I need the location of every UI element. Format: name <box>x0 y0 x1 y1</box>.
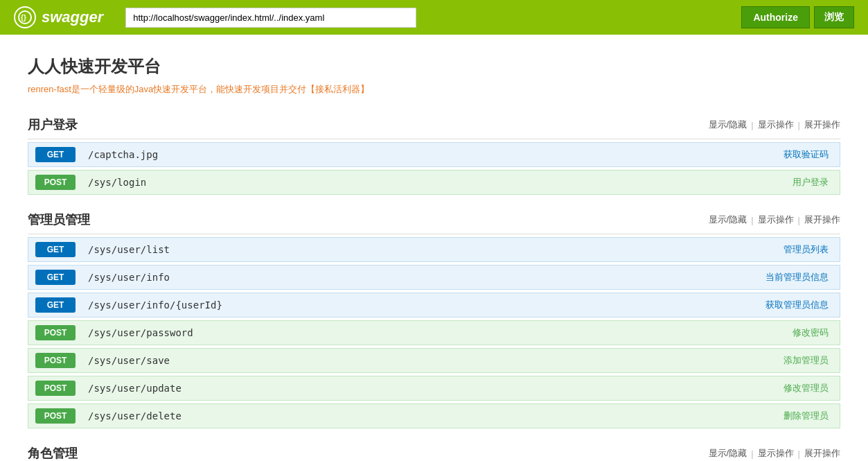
section-header-admin-manage: 管理员管理显示/隐藏|显示操作|展开操作 <box>28 211 840 234</box>
swagger-text: swagger <box>42 8 103 26</box>
api-row[interactable]: POST/sys/user/password修改密码 <box>28 320 840 345</box>
header: {} swagger Authorize 浏览 <box>0 0 868 35</box>
swagger-icon: {} <box>14 6 36 28</box>
api-path: /sys/user/password <box>82 327 756 338</box>
method-badge-get: GET <box>35 242 76 257</box>
show-ops-user-login[interactable]: 显示操作 <box>758 119 794 131</box>
api-row[interactable]: POST/sys/user/delete删除管理员 <box>28 403 840 428</box>
method-badge-get: GET <box>35 297 76 313</box>
authorize-button[interactable]: Authorize <box>741 6 810 28</box>
api-path: /sys/user/info/{userId} <box>82 299 756 311</box>
url-bar-container <box>125 8 719 28</box>
show-hide-admin-manage[interactable]: 显示/隐藏 <box>709 214 747 226</box>
api-description: 用户登录 <box>756 176 840 189</box>
show-ops-role-manage[interactable]: 显示操作 <box>758 447 794 460</box>
url-input[interactable] <box>125 8 416 28</box>
api-path: /sys/user/save <box>82 355 756 366</box>
svg-text:{}: {} <box>21 14 26 21</box>
api-description: 当前管理员信息 <box>756 271 840 284</box>
api-description: 获取验证码 <box>756 148 840 161</box>
api-path: /sys/user/update <box>82 383 756 394</box>
section-header-user-login: 用户登录显示/隐藏|显示操作|展开操作 <box>28 116 840 139</box>
section-title-user-login: 用户登录 <box>28 116 78 133</box>
api-row[interactable]: POST/sys/login用户登录 <box>28 170 840 195</box>
section-controls-user-login: 显示/隐藏|显示操作|展开操作 <box>709 119 840 131</box>
api-description: 获取管理员信息 <box>756 299 840 311</box>
api-row[interactable]: GET/captcha.jpg获取验证码 <box>28 142 840 167</box>
main-content: 人人快速开发平台 renren-fast是一个轻量级的Java快速开发平台，能快… <box>0 35 868 461</box>
browse-button[interactable]: 浏览 <box>814 6 854 28</box>
show-hide-user-login[interactable]: 显示/隐藏 <box>709 119 747 131</box>
section-controls-role-manage: 显示/隐藏|显示操作|展开操作 <box>709 447 840 460</box>
sections-container: 用户登录显示/隐藏|显示操作|展开操作GET/captcha.jpg获取验证码P… <box>28 116 840 461</box>
api-path: /sys/user/info <box>82 272 756 283</box>
separator: | <box>798 120 800 130</box>
method-badge-get: GET <box>35 270 76 285</box>
section-title-role-manage: 角色管理 <box>28 445 78 461</box>
logo: {} swagger <box>14 6 103 28</box>
separator: | <box>751 215 753 225</box>
api-row[interactable]: GET/sys/user/info/{userId}获取管理员信息 <box>28 293 840 318</box>
expand-ops-role-manage[interactable]: 展开操作 <box>804 447 840 460</box>
method-badge-get: GET <box>35 147 76 162</box>
api-row[interactable]: GET/sys/user/info当前管理员信息 <box>28 265 840 290</box>
app-title: 人人快速开发平台 <box>28 55 840 78</box>
section-admin-manage: 管理员管理显示/隐藏|显示操作|展开操作GET/sys/user/list管理员… <box>28 211 840 428</box>
api-description: 添加管理员 <box>756 354 840 367</box>
method-badge-post: POST <box>35 408 76 424</box>
separator: | <box>751 120 753 130</box>
api-description: 修改密码 <box>756 327 840 339</box>
api-row[interactable]: POST/sys/user/save添加管理员 <box>28 348 840 373</box>
method-badge-post: POST <box>35 353 76 368</box>
section-role-manage: 角色管理显示/隐藏|显示操作|展开操作 <box>28 445 840 461</box>
api-path: /sys/user/delete <box>82 410 756 421</box>
section-user-login: 用户登录显示/隐藏|显示操作|展开操作GET/captcha.jpg获取验证码P… <box>28 116 840 195</box>
api-path: /sys/login <box>82 177 756 188</box>
method-badge-post: POST <box>35 381 76 396</box>
section-title-admin-manage: 管理员管理 <box>28 211 90 228</box>
api-path: /sys/user/list <box>82 244 756 255</box>
method-badge-post: POST <box>35 325 76 340</box>
expand-ops-user-login[interactable]: 展开操作 <box>804 119 840 131</box>
expand-ops-admin-manage[interactable]: 展开操作 <box>804 214 840 226</box>
api-path: /captcha.jpg <box>82 149 756 160</box>
api-description: 修改管理员 <box>756 382 840 394</box>
app-description: renren-fast是一个轻量级的Java快速开发平台，能快速开发项目并交付【… <box>28 83 840 96</box>
section-controls-admin-manage: 显示/隐藏|显示操作|展开操作 <box>709 214 840 226</box>
show-ops-admin-manage[interactable]: 显示操作 <box>758 214 794 226</box>
api-row[interactable]: POST/sys/user/update修改管理员 <box>28 376 840 401</box>
separator: | <box>798 215 800 225</box>
section-header-role-manage: 角色管理显示/隐藏|显示操作|展开操作 <box>28 445 840 461</box>
api-description: 管理员列表 <box>756 243 840 256</box>
method-badge-post: POST <box>35 175 76 190</box>
api-row[interactable]: GET/sys/user/list管理员列表 <box>28 237 840 262</box>
header-buttons: Authorize 浏览 <box>741 6 854 28</box>
api-description: 删除管理员 <box>756 410 840 422</box>
separator: | <box>751 449 753 459</box>
separator: | <box>798 449 800 459</box>
show-hide-role-manage[interactable]: 显示/隐藏 <box>709 447 747 460</box>
